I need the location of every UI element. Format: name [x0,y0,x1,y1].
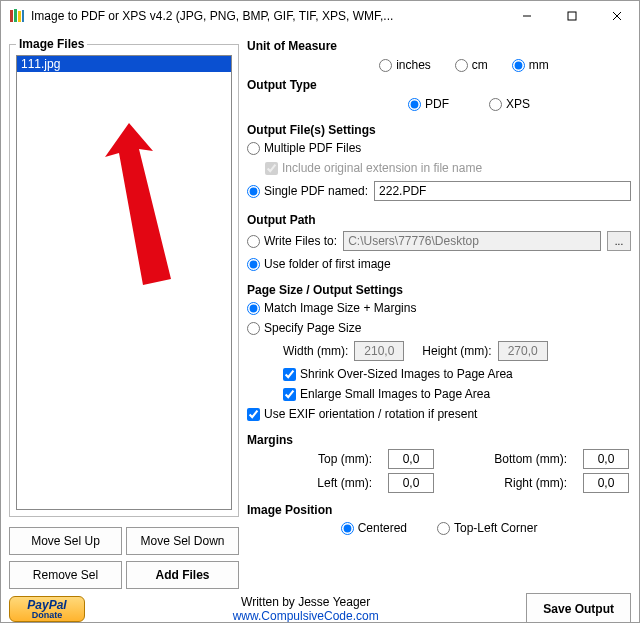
svg-rect-5 [568,12,576,20]
margin-right-label: Right (mm): [452,476,567,490]
output-type-label: Output Type [247,78,631,92]
single-pdf-label: Single PDF named: [264,184,368,198]
height-input [498,341,548,361]
move-sel-up-button[interactable]: Move Sel Up [9,527,122,555]
output-pdf-radio[interactable]: PDF [408,97,449,111]
unit-cm-label: cm [472,58,488,72]
include-ext-label: Include original extension in file name [282,161,482,175]
exif-checkbox[interactable]: Use EXIF orientation / rotation if prese… [247,407,631,421]
margins-label: Margins [247,433,631,447]
image-position-label: Image Position [247,503,631,517]
height-label: Height (mm): [422,344,491,358]
credits: Written by Jesse Yeager www.CompulsiveCo… [95,595,516,623]
margin-left-input[interactable] [388,473,434,493]
browse-button[interactable]: ... [607,231,631,251]
paypal-top-label: PayPal [27,599,66,611]
svg-rect-3 [22,10,24,22]
single-pdf-name-input[interactable] [374,181,631,201]
exif-label: Use EXIF orientation / rotation if prese… [264,407,477,421]
minimize-button[interactable] [504,1,549,31]
match-image-size-radio[interactable]: Match Image Size + Margins [247,301,631,315]
enlarge-label: Enlarge Small Images to Page Area [300,387,490,401]
output-pdf-label: PDF [425,97,449,111]
write-files-to-label: Write Files to: [264,234,337,248]
paypal-donate-button[interactable]: PayPal Donate [9,596,85,622]
output-path-input [343,231,601,251]
width-label: Width (mm): [283,344,348,358]
remove-sel-button[interactable]: Remove Sel [9,561,122,589]
margin-bottom-input[interactable] [583,449,629,469]
image-files-group: Image Files 111.jpg [9,37,239,517]
unit-inches-label: inches [396,58,431,72]
width-input [354,341,404,361]
unit-mm-label: mm [529,58,549,72]
centered-radio[interactable]: Centered [341,521,407,535]
unit-cm-radio[interactable]: cm [455,58,488,72]
svg-rect-0 [10,10,13,22]
save-output-button[interactable]: Save Output [526,593,631,623]
margin-bottom-label: Bottom (mm): [452,452,567,466]
paypal-bottom-label: Donate [32,611,63,620]
multiple-pdf-radio[interactable]: Multiple PDF Files [247,141,631,155]
specify-page-size-radio[interactable]: Specify Page Size [247,321,631,335]
specify-page-size-label: Specify Page Size [264,321,361,335]
topleft-label: Top-Left Corner [454,521,537,535]
image-files-legend: Image Files [16,37,87,51]
svg-rect-2 [18,11,21,22]
topleft-radio[interactable]: Top-Left Corner [437,521,537,535]
include-ext-checkbox: Include original extension in file name [265,161,631,175]
shrink-checkbox[interactable]: Shrink Over-Sized Images to Page Area [283,367,631,381]
write-files-to-radio[interactable]: Write Files to: [247,234,337,248]
use-folder-label: Use folder of first image [264,257,391,271]
match-image-size-label: Match Image Size + Margins [264,301,416,315]
output-file-settings-label: Output File(s) Settings [247,123,631,137]
author-label: Written by Jesse Yeager [95,595,516,609]
use-folder-radio[interactable]: Use folder of first image [247,257,631,271]
enlarge-checkbox[interactable]: Enlarge Small Images to Page Area [283,387,631,401]
margin-left-label: Left (mm): [275,476,372,490]
move-sel-down-button[interactable]: Move Sel Down [126,527,239,555]
output-xps-label: XPS [506,97,530,111]
output-path-label: Output Path [247,213,631,227]
single-pdf-radio[interactable]: Single PDF named: [247,184,368,198]
page-size-settings-label: Page Size / Output Settings [247,283,631,297]
close-button[interactable] [594,1,639,31]
list-item[interactable]: 111.jpg [17,56,231,72]
margin-top-label: Top (mm): [275,452,372,466]
unit-inches-radio[interactable]: inches [379,58,431,72]
window-title: Image to PDF or XPS v4.2 (JPG, PNG, BMP,… [31,9,504,23]
website-link[interactable]: www.CompulsiveCode.com [95,609,516,623]
svg-rect-1 [14,9,17,22]
add-files-button[interactable]: Add Files [126,561,239,589]
multiple-pdf-label: Multiple PDF Files [264,141,361,155]
margin-right-input[interactable] [583,473,629,493]
centered-label: Centered [358,521,407,535]
unit-of-measure-label: Unit of Measure [247,39,631,53]
output-xps-radio[interactable]: XPS [489,97,530,111]
shrink-label: Shrink Over-Sized Images to Page Area [300,367,513,381]
file-list[interactable]: 111.jpg [16,55,232,510]
app-icon [9,8,25,24]
unit-mm-radio[interactable]: mm [512,58,549,72]
maximize-button[interactable] [549,1,594,31]
margin-top-input[interactable] [388,449,434,469]
titlebar: Image to PDF or XPS v4.2 (JPG, PNG, BMP,… [1,1,639,31]
